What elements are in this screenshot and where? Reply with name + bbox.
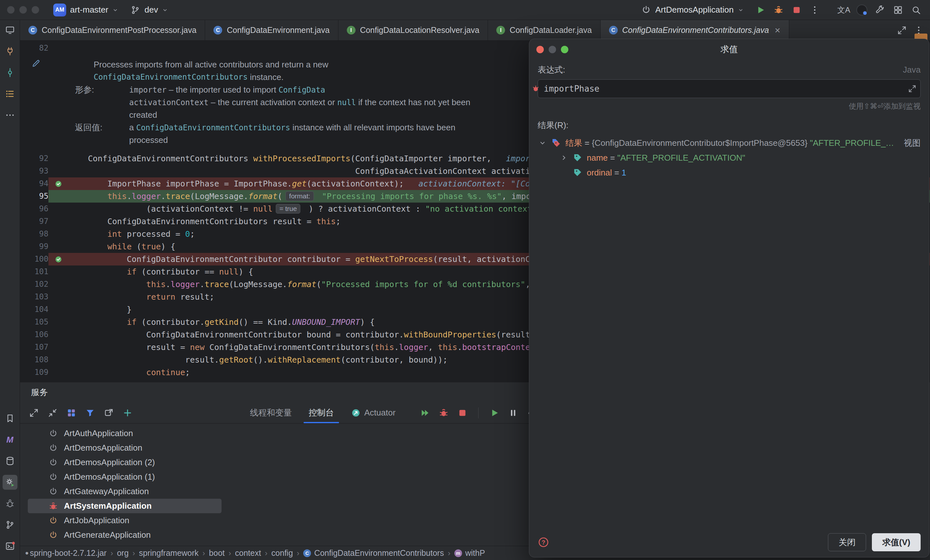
minimize-dialog-button[interactable] [549, 46, 556, 53]
result-tree-row[interactable]: ordinal = 1 [537, 165, 921, 180]
breadcrumb-item[interactable]: springframework [139, 548, 199, 558]
user-avatar[interactable] [855, 3, 869, 17]
chevron-down-icon[interactable] [538, 139, 547, 147]
chevron-right-icon[interactable] [560, 153, 568, 162]
expand-all-button[interactable] [26, 405, 42, 420]
close-icon[interactable]: × [774, 26, 781, 35]
line-number[interactable]: 106 [20, 328, 48, 341]
debug-button[interactable] [771, 3, 786, 17]
line-number[interactable]: 109 [20, 366, 48, 379]
line-number[interactable]: 104 [20, 303, 48, 316]
filter-button[interactable] [83, 405, 97, 420]
dialog-titlebar[interactable]: 求值 [529, 39, 929, 60]
help-icon[interactable]: ? [537, 537, 549, 548]
service-row[interactable]: ArtAuthApplication [28, 426, 222, 440]
result-tree-row[interactable]: 结果 = {ConfigDataEnvironmentContributor$I… [537, 135, 921, 150]
maximize-editor-button[interactable] [895, 23, 909, 38]
panel-tab[interactable]: 线程和变量 [242, 402, 300, 423]
plugins-button[interactable] [891, 3, 905, 17]
service-row[interactable]: ArtGatewayApplication [28, 484, 222, 499]
close-window-button[interactable] [7, 6, 14, 14]
stop-debug-button[interactable] [455, 405, 470, 420]
line-number[interactable]: 108 [20, 354, 48, 366]
more-actions-button[interactable] [807, 3, 822, 17]
close-button[interactable]: 关闭 [828, 533, 866, 551]
database-tool-button[interactable] [3, 454, 17, 468]
close-dialog-button[interactable] [536, 46, 544, 53]
stop-button[interactable] [789, 3, 804, 17]
line-number[interactable]: 82 [20, 42, 48, 55]
breadcrumb-item[interactable]: CConfigDataEnvironmentContributors [303, 548, 444, 558]
run-button[interactable] [753, 3, 768, 17]
edit-pencil-icon[interactable] [31, 59, 41, 68]
result-tree-row[interactable]: name = "AFTER_PROFILE_ACTIVATION" [537, 150, 921, 165]
breadcrumb-item[interactable]: config [271, 548, 293, 558]
service-row[interactable]: ArtSystemApplication [28, 499, 222, 513]
breadcrumb-item[interactable]: org [117, 548, 129, 558]
breadcrumb-item[interactable]: mwithP [454, 548, 485, 558]
service-row[interactable]: ArtDemosApplication (2) [28, 455, 222, 469]
line-number[interactable]: 105 [20, 316, 48, 328]
maven-tool-button[interactable]: M [3, 432, 17, 447]
breadcrumb-item[interactable]: boot [209, 548, 225, 558]
editor-tab[interactable]: CConfigDataEnvironment.java [205, 20, 338, 40]
resume-all-button[interactable] [417, 405, 433, 420]
project-selector[interactable]: AM art-master [48, 3, 124, 17]
service-row[interactable]: ArtJobApplication [28, 513, 222, 528]
zoom-window-button[interactable] [32, 6, 39, 14]
bookmarks-tool-button[interactable] [3, 411, 17, 426]
run-config-selector[interactable]: ArtDemosApplication [635, 3, 750, 17]
breadcrumb-item[interactable]: context [235, 548, 261, 558]
line-number[interactable]: 92 [20, 152, 48, 165]
expand-editor-icon[interactable] [908, 84, 917, 93]
line-number[interactable]: 99 [20, 240, 48, 253]
project-tool-button[interactable] [3, 23, 17, 37]
line-number[interactable]: 93 [20, 165, 48, 177]
line-number[interactable]: 107 [20, 341, 48, 354]
view-link[interactable]: 视图 [904, 137, 921, 149]
editor-tab[interactable]: CConfigDataEnvironmentPostProcessor.java [20, 20, 205, 40]
line-number[interactable]: 101 [20, 265, 48, 278]
more-tools-button[interactable] [3, 108, 17, 123]
editor-tab[interactable]: IConfigDataLoader.java [488, 20, 600, 40]
terminal-tool-button[interactable] [3, 539, 17, 554]
open-in-new-button[interactable] [102, 405, 116, 420]
evaluate-button[interactable]: 求值(V) [872, 533, 921, 551]
expression-input[interactable] [537, 79, 921, 98]
stop-icon [457, 408, 468, 418]
service-row[interactable]: ArtDemosApplication (1) [28, 469, 222, 484]
line-number[interactable]: 103 [20, 291, 48, 303]
service-row[interactable]: ArtDemosApplication [28, 440, 222, 455]
zoom-dialog-button[interactable] [561, 46, 568, 53]
services-tool-button[interactable] [3, 475, 17, 490]
editor-tab[interactable]: IConfigDataLocationResolver.java [339, 20, 488, 40]
rerun-debug-button[interactable] [436, 405, 451, 420]
line-number[interactable]: 102 [20, 278, 48, 291]
line-number[interactable]: 95 [20, 190, 48, 203]
breadcrumb-item[interactable]: spring-boot-2.7.12.jar [30, 548, 107, 558]
branch-selector[interactable]: dev [124, 3, 174, 17]
service-row[interactable]: ArtGenerateApplication [28, 528, 222, 542]
translate-button[interactable]: 文A [836, 3, 851, 17]
minimize-window-button[interactable] [19, 6, 27, 14]
plugin-tool-button[interactable] [3, 44, 17, 59]
line-number[interactable]: 96 [20, 203, 48, 215]
editor-tab[interactable]: CConfigDataEnvironmentContributors.java× [600, 20, 789, 40]
structure-tool-button[interactable] [3, 86, 17, 101]
debugger-tool-button[interactable] [3, 496, 17, 511]
line-number[interactable]: 94 [20, 177, 48, 190]
resume-program-button[interactable] [487, 405, 502, 420]
line-number[interactable]: 97 [20, 215, 48, 228]
panel-tab[interactable]: 控制台 [300, 402, 342, 423]
panel-tab[interactable]: Actuator [342, 402, 404, 423]
view-mode-button[interactable] [64, 405, 79, 420]
commit-tool-button[interactable] [3, 65, 17, 80]
line-number[interactable]: 98 [20, 228, 48, 240]
line-number[interactable]: 100 [20, 253, 48, 265]
collapse-all-button[interactable] [45, 405, 60, 420]
git-tool-button[interactable] [3, 517, 17, 532]
build-button[interactable] [873, 3, 887, 17]
search-everywhere-button[interactable] [909, 3, 924, 17]
add-service-button[interactable] [120, 405, 135, 420]
pause-button[interactable] [506, 405, 520, 420]
